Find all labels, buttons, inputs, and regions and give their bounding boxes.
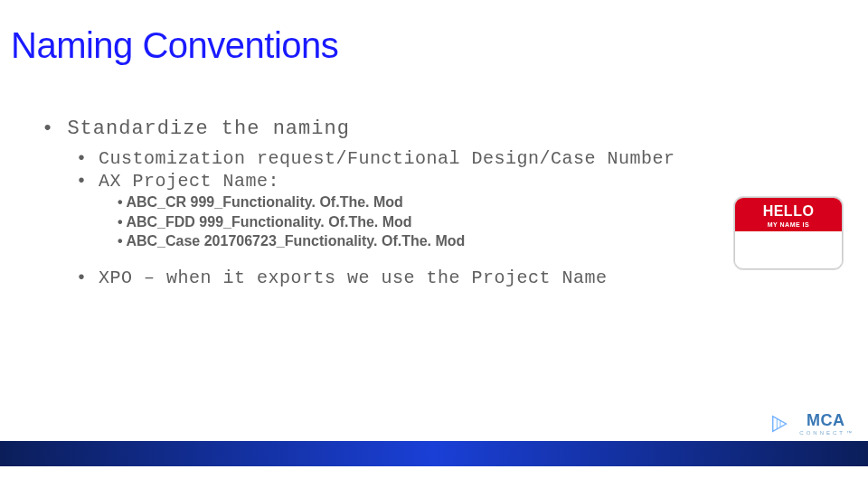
nametag-header: HELLO MY NAME IS	[735, 198, 842, 231]
text-customization: Customization request/Functional Design/…	[99, 148, 675, 169]
play-triangle-icon	[770, 414, 790, 434]
bullet-level1: Standardize the naming	[42, 117, 850, 140]
svg-marker-0	[773, 417, 787, 432]
hello-nametag-graphic: HELLO MY NAME IS	[734, 197, 843, 269]
slide-content: Standardize the naming Customization req…	[42, 117, 850, 288]
nametag-hello-text: HELLO	[739, 203, 838, 220]
bullet-level2: AX Project Name:	[76, 170, 850, 192]
mca-logo: MCA CONNECT	[799, 412, 852, 436]
mca-logo-text: MCA	[799, 412, 852, 428]
example-2: ABC_FDD 999_Functionality. Of.The. Mod	[126, 214, 411, 230]
slide: Naming Conventions Standardize the namin…	[0, 0, 868, 488]
nametag-sub-text: MY NAME IS	[739, 221, 838, 228]
bullet-level2: XPO – when it exports we use the Project…	[76, 267, 850, 288]
example-3: ABC_Case 201706723_Functionality. Of.The…	[126, 233, 465, 249]
slide-title: Naming Conventions	[11, 25, 338, 66]
text-standardize: Standardize the naming	[67, 117, 349, 140]
text-xpo: XPO – when it exports we use the Project…	[99, 267, 608, 288]
footer-logo: MCA CONNECT	[770, 412, 852, 436]
mca-logo-subtext: CONNECT	[799, 430, 852, 436]
text-ax-project: AX Project Name:	[99, 171, 279, 192]
example-1: ABC_CR 999_Functionality. Of.The. Mod	[126, 194, 402, 210]
nametag-blank-area	[735, 231, 842, 267]
bullet-level2: Customization request/Functional Design/…	[76, 147, 850, 170]
footer-bar	[0, 441, 868, 466]
